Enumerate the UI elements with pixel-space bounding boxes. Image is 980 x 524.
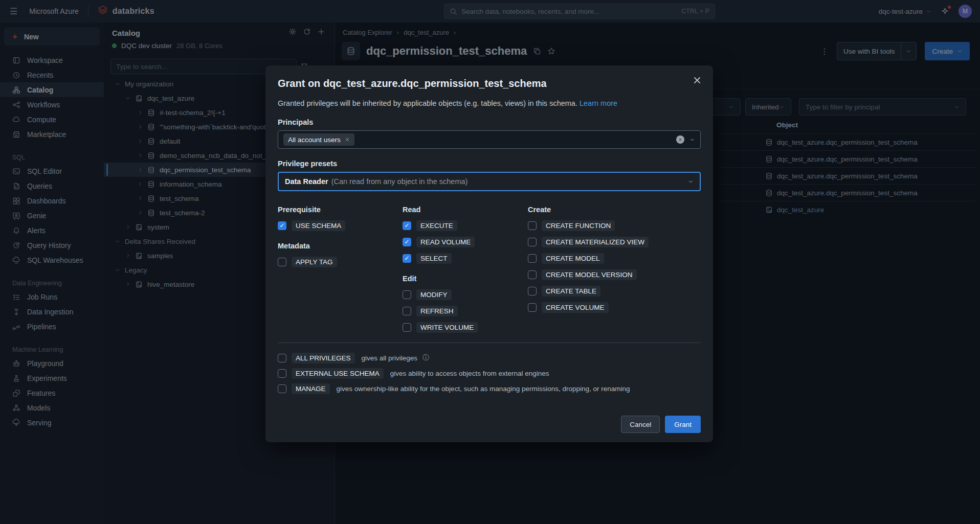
info-icon[interactable]: ⓘ bbox=[422, 353, 429, 362]
checkbox-create-materialized-view[interactable] bbox=[528, 238, 537, 246]
checkbox-all-privileges[interactable] bbox=[278, 354, 286, 362]
privilege-read-volume: READ VOLUME bbox=[403, 236, 528, 248]
privileges-grid: Prerequisite USE SCHEMA Metadata APPLY T… bbox=[278, 206, 701, 337]
privilege-modify: MODIFY bbox=[403, 288, 528, 301]
metadata-header: Metadata bbox=[278, 242, 403, 250]
privilege-preset-select[interactable]: Data Reader (Can read from any object in… bbox=[278, 172, 701, 191]
checkbox-manage[interactable] bbox=[278, 384, 286, 393]
checkbox-use-schema[interactable] bbox=[278, 221, 286, 230]
chevron-down-icon bbox=[689, 137, 695, 143]
checkbox-execute[interactable] bbox=[403, 221, 411, 230]
checkbox-create-volume[interactable] bbox=[528, 303, 537, 312]
checkbox-external-use-schema[interactable] bbox=[278, 369, 286, 378]
checkbox-read-volume[interactable] bbox=[403, 238, 411, 246]
grant-button[interactable]: Grant bbox=[665, 416, 701, 433]
privilege-execute: EXECUTE bbox=[403, 219, 528, 232]
privilege-manage: MANAGE gives ownership-like ability for … bbox=[278, 382, 701, 395]
privilege-create-model-version: CREATE MODEL VERSION bbox=[528, 268, 701, 281]
checkbox-apply-tag[interactable] bbox=[278, 258, 286, 266]
principals-label: Principals bbox=[278, 118, 701, 126]
clear-all-icon[interactable]: × bbox=[676, 135, 684, 144]
modal-title: Grant on dqc_test_azure.dqc_permission_t… bbox=[278, 78, 701, 89]
cancel-button[interactable]: Cancel bbox=[621, 416, 660, 433]
grant-modal: Grant on dqc_test_azure.dqc_permission_t… bbox=[265, 65, 713, 442]
close-icon[interactable] bbox=[693, 76, 702, 85]
read-header: Read bbox=[403, 206, 528, 214]
privilege-create-volume: CREATE VOLUME bbox=[528, 301, 701, 313]
app-root: ☰ Microsoft Azure databricks CTRL + P dq… bbox=[0, 0, 980, 524]
checkbox-create-function[interactable] bbox=[528, 221, 537, 230]
checkbox-create-model[interactable] bbox=[528, 254, 537, 263]
preset-description: (Can read from any object in the schema) bbox=[331, 177, 468, 186]
privilege-create-table: CREATE TABLE bbox=[528, 285, 701, 297]
privilege-refresh: REFRESH bbox=[403, 305, 528, 317]
checkbox-modify[interactable] bbox=[403, 290, 411, 299]
chevron-down-icon bbox=[688, 179, 694, 185]
checkbox-create-table[interactable] bbox=[528, 287, 537, 295]
edit-header: Edit bbox=[403, 275, 528, 283]
checkbox-create-model-version[interactable] bbox=[528, 270, 537, 279]
chip-remove-icon[interactable] bbox=[345, 137, 350, 142]
principals-input[interactable]: All account users × bbox=[278, 130, 701, 149]
privilege-external-use-schema: EXTERNAL USE SCHEMA gives ability to acc… bbox=[278, 367, 701, 379]
preset-value: Data Reader bbox=[285, 177, 328, 186]
checkbox-refresh[interactable] bbox=[403, 307, 411, 315]
privilege-apply-tag: APPLY TAG bbox=[278, 256, 403, 268]
privilege-presets-label: Privilege presets bbox=[278, 160, 701, 168]
privilege-use-schema: USE SCHEMA bbox=[278, 219, 403, 232]
privilege-write-volume: WRITE VOLUME bbox=[403, 321, 528, 333]
special-privileges: ALL PRIVILEGES gives all privileges ⓘ EX… bbox=[278, 352, 701, 395]
privilege-select: SELECT bbox=[403, 252, 528, 264]
modal-subtitle: Granted privileges will be inherited by … bbox=[278, 99, 701, 107]
principal-chip: All account users bbox=[283, 133, 354, 146]
privilege-create-function: CREATE FUNCTION bbox=[528, 219, 701, 232]
prerequisite-header: Prerequisite bbox=[278, 206, 403, 214]
create-header: Create bbox=[528, 206, 701, 214]
modal-divider bbox=[278, 343, 701, 343]
learn-more-link[interactable]: Learn more bbox=[580, 99, 617, 107]
checkbox-write-volume[interactable] bbox=[403, 323, 411, 332]
privilege-all-privileges: ALL PRIVILEGES gives all privileges ⓘ bbox=[278, 352, 701, 364]
privilege-create-materialized-view: CREATE MATERIALIZED VIEW bbox=[528, 236, 701, 248]
checkbox-select[interactable] bbox=[403, 254, 411, 263]
modal-footer: Cancel Grant bbox=[621, 416, 701, 433]
privilege-create-model: CREATE MODEL bbox=[528, 252, 701, 264]
